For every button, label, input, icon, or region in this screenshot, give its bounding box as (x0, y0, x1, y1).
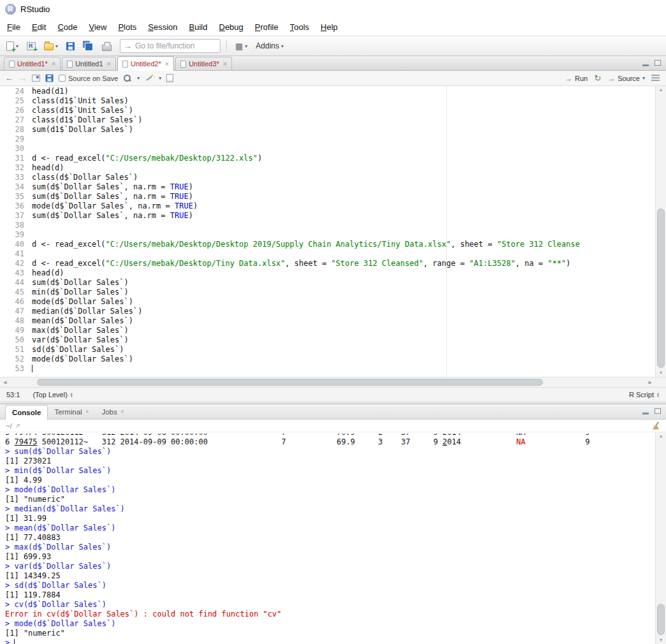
goto-file-box[interactable]: → (120, 39, 221, 53)
close-tab-icon[interactable]: × (85, 408, 89, 415)
console-line[interactable]: > sd(d$`Dollar Sales`) (5, 581, 655, 590)
scrollbar-thumb[interactable] (657, 604, 665, 635)
console-line[interactable]: > mean(d$`Dollar Sales`) (5, 523, 655, 533)
close-tab-icon[interactable]: × (223, 61, 227, 68)
source-tab-4[interactable]: Untitled3*× (175, 57, 232, 70)
console-line[interactable]: [1] "numeric" (5, 495, 655, 504)
code-line[interactable]: 38 (0, 221, 655, 230)
console-tab-jobs[interactable]: Jobs× (96, 404, 131, 419)
source-on-save-checkbox[interactable] (59, 75, 66, 82)
console-line[interactable]: [1] 119.7884 (5, 590, 655, 600)
code-line[interactable]: 31d <- read_excel("C:/Users/mebak/Deskto… (0, 154, 655, 163)
code-line[interactable]: 30 (0, 144, 655, 154)
code-line[interactable]: 51sd(d$`Dollar Sales`) (0, 345, 655, 355)
menu-debug[interactable]: Debug (214, 19, 249, 35)
open-directory-icon[interactable]: ↗ (15, 422, 20, 429)
code-line[interactable]: 45min(d$`Dollar Sales`) (0, 288, 655, 297)
popout-icon[interactable] (32, 75, 40, 82)
scroll-right-icon[interactable]: ▶ (649, 380, 652, 385)
console-line[interactable]: > median(d$`Dollar Sales`) (5, 504, 655, 514)
close-tab-icon[interactable]: × (52, 61, 55, 68)
code-line[interactable]: 27class(d1$`Dollar Sales`) (0, 115, 655, 125)
code-line[interactable]: 43head(d) (0, 268, 655, 278)
file-type-selector[interactable]: R Script ▲▼ (629, 391, 660, 399)
menu-code[interactable]: Code (52, 19, 83, 35)
magic-wand-icon[interactable] (145, 74, 154, 82)
console-line[interactable]: [1] 699.93 (5, 552, 655, 562)
minimize-pane-icon[interactable] (642, 64, 649, 66)
console-line[interactable]: > max(d$`Dollar Sales`) (5, 543, 655, 552)
menu-edit[interactable]: Edit (26, 19, 52, 35)
editor-horizontal-scrollbar[interactable]: ◀ ▶ (0, 377, 666, 387)
open-file-button[interactable]: ▾ (41, 38, 61, 54)
console-line[interactable]: [1] "numeric" (5, 629, 655, 638)
scrollbar-thumb[interactable] (657, 209, 665, 368)
menu-plots[interactable]: Plots (112, 19, 142, 35)
code-editor[interactable]: 23d1 <- read_excel("C:/Users/mebak/Deskt… (0, 86, 666, 377)
forward-icon[interactable]: → (18, 74, 27, 82)
code-line[interactable]: 48mean(d$`Dollar Sales`) (0, 316, 655, 326)
menu-session[interactable]: Session (142, 19, 183, 35)
source-tab-2[interactable]: Untitled1× (62, 57, 116, 70)
code-line[interactable]: 34sum(d$`Dollar Sales`, na.rm = TRUE) (0, 182, 655, 192)
console-line[interactable]: > min(d$`Dollar Sales`) (5, 466, 655, 476)
console-line[interactable]: 6 79475 500120112~ 312 2014-09-09 00:00:… (5, 437, 655, 447)
console-line[interactable]: [1] 31.99 (5, 514, 655, 523)
code-line[interactable]: 46mode(d$`Dollar Sales`) (0, 297, 655, 307)
close-tab-icon[interactable]: × (165, 61, 169, 68)
source-button[interactable]: → Source ▾ (607, 74, 645, 83)
console-output[interactable]: 5 79474 500120112~ 312 2014-09-08 00:00:… (0, 432, 666, 644)
addins-button[interactable]: Addins ▾ (253, 38, 286, 54)
new-file-button[interactable]: ▾ (4, 38, 21, 54)
code-line[interactable]: 36mode(d$`Dollar Sales`, na.rm = TRUE) (0, 201, 655, 211)
new-project-button[interactable] (24, 38, 38, 54)
console-line[interactable]: > mode(d$`Dollar Sales`) (5, 619, 655, 629)
print-button[interactable] (99, 38, 114, 54)
console-line[interactable]: Error in cv(d$`Dollar Sales`) : could no… (5, 610, 655, 619)
code-line[interactable]: 40d <- read_excel("C:/Users/mebak/Deskto… (0, 240, 655, 249)
clear-console-icon[interactable] (651, 421, 660, 430)
code-line[interactable]: 29 (0, 135, 655, 144)
console-tab-terminal[interactable]: Terminal× (48, 404, 95, 419)
menu-view[interactable]: View (83, 19, 112, 35)
source-tab-3[interactable]: Untitled2*× (117, 56, 174, 71)
menu-help[interactable]: Help (315, 19, 344, 35)
save-icon[interactable] (46, 75, 54, 82)
code-line[interactable]: 33class(d$`Dollar Sales`) (0, 173, 655, 182)
code-line[interactable]: 52mode(d$`Dollar Sales`) (0, 355, 655, 364)
scope-selector[interactable]: (Top Level) ▲▼ (33, 391, 73, 399)
code-line[interactable]: 25class(d1$`Unit Sales) (0, 96, 655, 106)
code-line[interactable]: 37sum(d$`Dollar Sales`, na.rm = TRUE) (0, 211, 655, 221)
pane-layout-button[interactable]: ▦ ▾ (233, 38, 250, 54)
scroll-down-icon[interactable]: ▼ (656, 369, 666, 377)
code-line[interactable]: 41 (0, 249, 655, 259)
source-on-save[interactable]: Source on Save (59, 75, 118, 82)
scroll-left-icon[interactable]: ◀ (3, 380, 6, 385)
run-button[interactable]: → Run (565, 74, 588, 83)
console-line[interactable]: > mode(d$`Dollar Sales`) (5, 485, 655, 495)
menu-tools[interactable]: Tools (284, 19, 315, 35)
console-tab-console[interactable]: Console (5, 405, 48, 420)
code-line[interactable]: 47median(d$`Dollar Sales`) (0, 307, 655, 316)
console-line[interactable]: [1] 14349.25 (5, 571, 655, 581)
menu-profile[interactable]: Profile (249, 19, 284, 35)
console-vertical-scrollbar[interactable]: ▲ ▼ (655, 432, 666, 644)
code-line[interactable]: 39 (0, 230, 655, 240)
save-button[interactable] (64, 38, 77, 54)
compile-report-icon[interactable] (166, 74, 173, 82)
source-tab-1[interactable]: Untitled1*× (4, 57, 61, 70)
maximize-pane-icon[interactable] (655, 60, 661, 66)
code-line[interactable]: 35sum(d$`Dollar Sales`, na.rm = TRUE) (0, 192, 655, 201)
close-tab-icon[interactable]: × (120, 408, 124, 415)
scrollbar-thumb[interactable] (37, 379, 543, 386)
console-line[interactable]: [1] 273021 (5, 457, 655, 466)
code-line[interactable]: 49max(d$`Dollar Sales`) (0, 326, 655, 335)
goto-file-input[interactable] (135, 41, 210, 50)
working-directory[interactable]: ~/ (6, 422, 11, 430)
minimize-pane-icon[interactable] (642, 413, 649, 414)
console-line[interactable]: > (5, 638, 655, 644)
console-line[interactable]: > var(d$`Dollar Sales`) (5, 562, 655, 571)
menu-build[interactable]: Build (184, 19, 214, 35)
console-line[interactable]: [1] 77.40883 (5, 533, 655, 543)
code-line[interactable]: 26class(d1$`Unit Sales`) (0, 106, 655, 115)
